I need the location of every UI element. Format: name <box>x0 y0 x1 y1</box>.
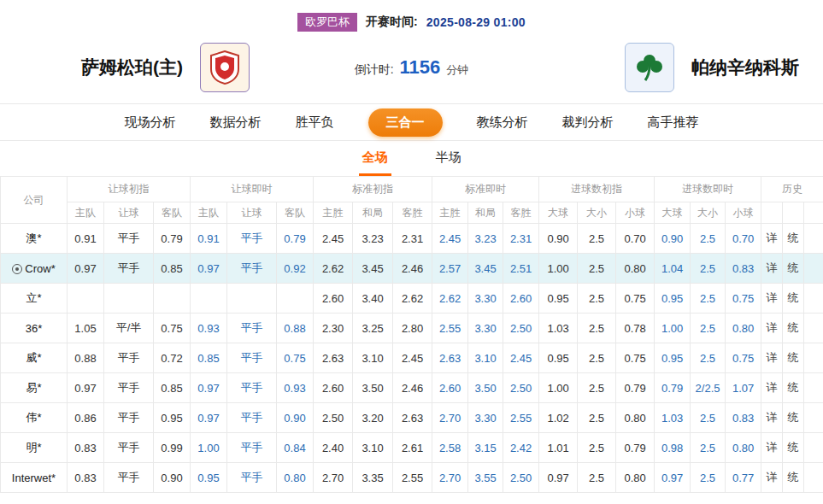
live-odds-cell[interactable]: 0.70 <box>726 224 761 254</box>
stats-link[interactable]: 统 <box>783 224 804 254</box>
live-odds-cell[interactable]: 2.45 <box>432 224 468 254</box>
detail-link[interactable]: 详 <box>761 224 783 254</box>
live-odds-cell[interactable]: 1.03 <box>655 403 691 433</box>
live-odds-cell[interactable]: 2.57 <box>432 254 468 284</box>
live-odds-cell[interactable]: 2.5 <box>691 343 726 373</box>
stats-link[interactable]: 统 <box>783 284 804 314</box>
live-odds-cell[interactable]: 0.95 <box>655 284 691 314</box>
live-odds-cell[interactable]: 0.92 <box>277 254 314 284</box>
live-odds-cell[interactable]: 0.85 <box>191 343 227 373</box>
nav-tab-高手推荐[interactable]: 高手推荐 <box>648 114 699 131</box>
period-tab-全场[interactable]: 全场 <box>359 143 391 176</box>
live-odds-cell[interactable]: 0.98 <box>655 433 691 463</box>
nav-tab-数据分析[interactable]: 数据分析 <box>210 114 262 131</box>
live-odds-cell[interactable]: 2.31 <box>503 224 539 254</box>
live-odds-cell[interactable]: 2.50 <box>503 373 539 403</box>
nav-tab-裁判分析[interactable]: 裁判分析 <box>562 114 614 131</box>
live-odds-cell[interactable]: 0.75 <box>726 284 761 314</box>
live-odds-cell[interactable]: 2.5 <box>691 433 726 463</box>
live-odds-cell[interactable]: 1.07 <box>726 373 761 403</box>
live-odds-cell[interactable]: 0.83 <box>726 254 761 284</box>
live-odds-cell[interactable]: 1.00 <box>191 433 227 463</box>
live-odds-cell[interactable]: 0.97 <box>191 373 227 403</box>
live-odds-cell[interactable]: 2.5 <box>691 284 726 314</box>
live-odds-cell[interactable]: 0.88 <box>277 314 314 343</box>
live-odds-cell[interactable]: 2.58 <box>432 433 468 463</box>
stats-link[interactable]: 统 <box>783 373 804 403</box>
stats-link[interactable]: 统 <box>783 433 804 463</box>
live-odds-cell[interactable]: 2.50 <box>503 314 539 343</box>
live-odds-cell[interactable]: 3.50 <box>468 373 503 403</box>
live-odds-cell[interactable]: 0.90 <box>277 403 314 433</box>
stats-link[interactable]: 统 <box>783 254 804 284</box>
live-odds-cell[interactable]: 平手 <box>227 343 277 373</box>
live-odds-cell[interactable]: 0.84 <box>277 433 314 463</box>
detail-link[interactable]: 详 <box>761 284 783 314</box>
live-odds-cell[interactable]: 2.5 <box>691 463 726 493</box>
live-odds-cell[interactable]: 3.30 <box>468 314 503 343</box>
nav-tab-现场分析[interactable]: 现场分析 <box>125 114 176 131</box>
live-odds-cell[interactable]: 平手 <box>227 433 277 463</box>
live-odds-cell[interactable]: 1.04 <box>655 254 691 284</box>
live-odds-cell[interactable]: 0.95 <box>191 463 227 493</box>
live-odds-cell[interactable]: 0.97 <box>191 403 227 433</box>
live-odds-cell[interactable]: 3.15 <box>468 433 503 463</box>
stats-link[interactable]: 统 <box>783 463 804 493</box>
live-odds-cell[interactable]: 2.70 <box>432 403 468 433</box>
live-odds-cell[interactable]: 平手 <box>227 463 277 493</box>
live-odds-cell[interactable]: 2/2.5 <box>691 373 726 403</box>
live-odds-cell[interactable]: 3.45 <box>468 254 503 284</box>
live-odds-cell[interactable]: 2.5 <box>691 314 726 343</box>
detail-link[interactable]: 详 <box>761 433 783 463</box>
live-odds-cell[interactable]: 0.97 <box>655 463 691 493</box>
detail-link[interactable]: 详 <box>761 254 783 284</box>
live-odds-cell[interactable]: 3.30 <box>468 403 503 433</box>
live-odds-cell[interactable]: 2.45 <box>503 343 539 373</box>
live-odds-cell[interactable]: 0.90 <box>655 224 691 254</box>
live-odds-cell[interactable]: 0.80 <box>726 314 761 343</box>
live-odds-cell[interactable]: 2.42 <box>503 433 539 463</box>
live-odds-cell[interactable]: 1.00 <box>655 314 691 343</box>
stats-link[interactable]: 统 <box>783 314 804 343</box>
live-odds-cell[interactable]: 3.55 <box>468 463 503 493</box>
live-odds-cell[interactable]: 3.23 <box>468 224 503 254</box>
live-odds-cell[interactable]: 3.10 <box>468 343 503 373</box>
live-odds-cell[interactable]: 0.97 <box>191 254 227 284</box>
live-odds-cell[interactable]: 0.95 <box>655 343 691 373</box>
live-odds-cell[interactable]: 2.51 <box>503 254 539 284</box>
live-odds-cell[interactable]: 2.5 <box>691 403 726 433</box>
live-odds-cell[interactable]: 2.63 <box>432 343 468 373</box>
live-odds-cell[interactable]: 2.70 <box>432 463 468 493</box>
stats-link[interactable]: 统 <box>783 343 804 373</box>
live-odds-cell[interactable]: 平手 <box>227 314 277 343</box>
live-odds-cell[interactable]: 0.79 <box>277 224 314 254</box>
live-odds-cell[interactable]: 平手 <box>227 254 277 284</box>
nav-tab-教练分析[interactable]: 教练分析 <box>477 114 528 131</box>
detail-link[interactable]: 详 <box>761 403 783 433</box>
live-odds-cell[interactable]: 平手 <box>227 403 277 433</box>
live-odds-cell[interactable]: 0.80 <box>726 433 761 463</box>
live-odds-cell[interactable]: 0.77 <box>726 463 761 493</box>
live-odds-cell[interactable]: 2.55 <box>432 314 468 343</box>
live-odds-cell[interactable]: 0.93 <box>191 314 227 343</box>
live-odds-cell[interactable]: 平手 <box>227 224 277 254</box>
live-odds-cell[interactable]: 2.55 <box>503 403 539 433</box>
live-odds-cell[interactable]: 2.62 <box>432 284 468 314</box>
nav-tab-胜平负[interactable]: 胜平负 <box>296 114 334 131</box>
live-odds-cell[interactable]: 0.79 <box>655 373 691 403</box>
live-odds-cell[interactable]: 2.5 <box>691 224 726 254</box>
live-odds-cell[interactable]: 平手 <box>227 373 277 403</box>
live-odds-cell[interactable]: 0.80 <box>277 463 314 493</box>
detail-link[interactable]: 详 <box>761 373 783 403</box>
live-odds-cell[interactable]: 2.60 <box>432 373 468 403</box>
nav-tab-三合一[interactable]: 三合一 <box>368 108 443 137</box>
detail-link[interactable]: 详 <box>761 314 783 343</box>
detail-link[interactable]: 详 <box>761 463 783 493</box>
live-odds-cell[interactable]: 0.75 <box>726 343 761 373</box>
detail-link[interactable]: 详 <box>761 343 783 373</box>
live-odds-cell[interactable]: 2.50 <box>503 463 539 493</box>
live-odds-cell[interactable]: 0.75 <box>277 343 314 373</box>
live-odds-cell[interactable]: 3.30 <box>468 284 503 314</box>
live-odds-cell[interactable]: 0.93 <box>277 373 314 403</box>
live-odds-cell[interactable]: 2.5 <box>691 254 726 284</box>
